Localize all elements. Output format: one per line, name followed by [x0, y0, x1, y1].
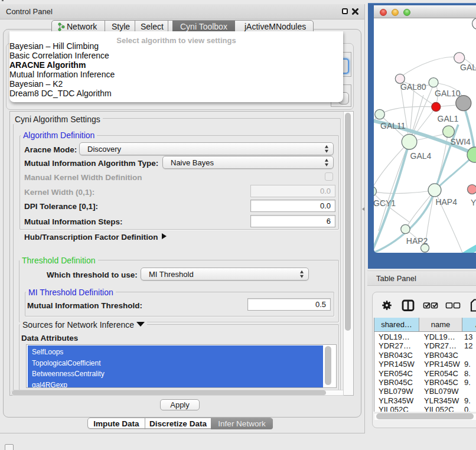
svg-text:HAP4: HAP4: [435, 197, 457, 207]
svg-text:Y: Y: [471, 198, 476, 207]
svg-text:GAL11: GAL11: [380, 121, 406, 131]
svg-text:SWI4: SWI4: [451, 137, 471, 146]
svg-text:GAL1: GAL1: [438, 114, 459, 123]
svg-text:GAL4: GAL4: [410, 151, 432, 161]
svg-text:GAL7: GAL7: [460, 63, 476, 72]
svg-text:GCY1: GCY1: [374, 198, 396, 208]
svg-text:GAL10: GAL10: [435, 89, 461, 98]
svg-text:GAL80: GAL80: [400, 82, 426, 92]
svg-text:HAP2: HAP2: [406, 236, 428, 246]
